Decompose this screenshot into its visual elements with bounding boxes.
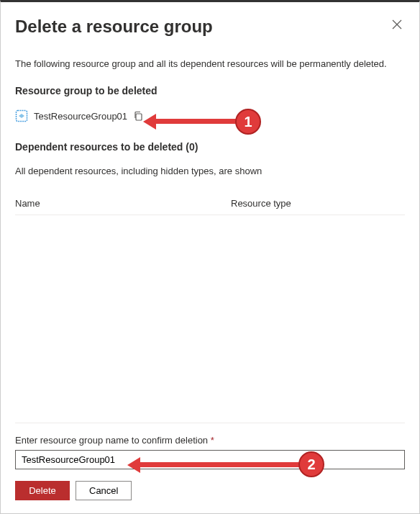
cancel-button[interactable]: Cancel (76, 481, 132, 500)
copy-icon[interactable] (133, 111, 143, 121)
svg-rect-3 (136, 114, 142, 120)
confirm-label-text: Enter resource group name to confirm del… (15, 435, 208, 446)
button-row: Delete Cancel (15, 481, 405, 500)
column-header-name: Name (15, 198, 231, 209)
empty-table-body (15, 215, 405, 423)
confirm-input[interactable] (15, 450, 405, 469)
panel-footer: Enter resource group name to confirm del… (15, 423, 405, 513)
close-button[interactable] (389, 17, 405, 35)
delete-resource-group-panel: Delete a resource group The following re… (1, 2, 419, 513)
required-asterisk: * (211, 435, 214, 446)
dependent-note: All dependent resources, including hidde… (15, 166, 405, 176)
resource-group-name: TestResourceGroup01 (34, 111, 127, 122)
resource-group-row: TestResourceGroup01 (15, 109, 405, 122)
panel-title: Delete a resource group (15, 17, 213, 37)
panel-header: Delete a resource group (15, 17, 405, 37)
section-resource-group-title: Resource group to be deleted (15, 85, 405, 96)
warning-text: The following resource group and all its… (15, 58, 405, 69)
column-header-type: Resource type (231, 198, 405, 209)
table-header: Name Resource type (15, 198, 405, 215)
delete-button[interactable]: Delete (15, 481, 70, 500)
confirm-label: Enter resource group name to confirm del… (15, 435, 405, 446)
section-dependent-title: Dependent resources to be deleted (0) (15, 141, 405, 153)
resource-group-icon (15, 109, 28, 122)
close-icon (392, 21, 402, 32)
